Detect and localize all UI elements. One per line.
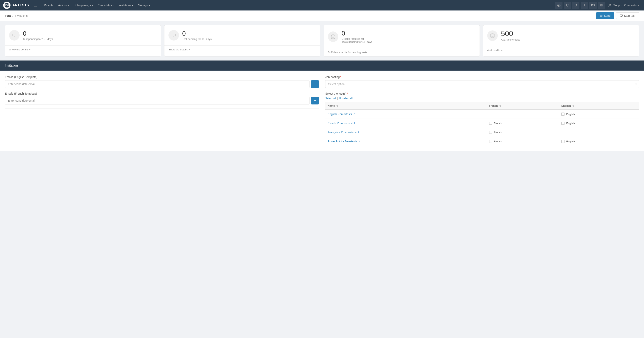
tests-table: Name ⇅ French ⇅ English ⇅ bbox=[325, 102, 639, 146]
svg-rect-8 bbox=[13, 34, 16, 36]
french-cell-3: French bbox=[487, 137, 559, 146]
brand-logo-link[interactable]: ZM ARTESTS bbox=[3, 1, 29, 9]
english-cell-0: English bbox=[559, 109, 633, 119]
monitor-icon bbox=[620, 14, 623, 17]
french-checkbox-1[interactable] bbox=[489, 122, 492, 125]
col-name-sort[interactable]: ⇅ bbox=[336, 105, 338, 107]
extra-cell-1 bbox=[633, 119, 639, 128]
actions-separator: | bbox=[337, 97, 338, 100]
nav-results[interactable]: Results bbox=[42, 2, 56, 8]
plus-icon: + bbox=[314, 82, 316, 86]
english-label-3: English bbox=[566, 140, 575, 143]
stat-number-3: 0 bbox=[342, 30, 372, 36]
help-icon-button[interactable]: ? bbox=[581, 1, 588, 9]
email-english-group: Emails (English Template) + bbox=[5, 75, 319, 88]
header-actions: Send Start test bbox=[596, 12, 639, 19]
nav-right: ? EN ⊡ Support Zmartests ▾ bbox=[555, 1, 641, 9]
stat-icon-monitor-2 bbox=[168, 30, 179, 40]
test-name-cell-0: English - Zmartests ↗ ℹ bbox=[325, 109, 487, 119]
invitation-body: Emails (English Template) + Emails (Fren… bbox=[0, 71, 644, 151]
test-link-1[interactable]: Excel - Zmartests ↗ ℹ bbox=[328, 122, 355, 125]
section-title: Invitation bbox=[5, 64, 18, 67]
stat-footer-3: Sufficient credits for pending tests bbox=[324, 48, 480, 56]
required-star-tests: * bbox=[347, 92, 348, 95]
stat-card-available-credits: 500 Available credits Add credits » bbox=[483, 25, 639, 56]
bell-icon-button[interactable] bbox=[572, 1, 580, 9]
nav-actions[interactable]: Actions▾ bbox=[56, 2, 71, 8]
user-name: Support Zmartests bbox=[613, 4, 636, 7]
french-label-2: French bbox=[494, 131, 502, 134]
info-icon-0[interactable]: ℹ bbox=[356, 113, 358, 116]
select-all-button[interactable]: Select all bbox=[325, 97, 336, 100]
brand-logo: ZM bbox=[3, 1, 10, 9]
table-row: Excel - Zmartests ↗ ℹ French English bbox=[325, 119, 639, 128]
stat-icon-database-1 bbox=[328, 31, 338, 42]
extra-cell-2 bbox=[633, 128, 639, 137]
info-icon-2[interactable]: ℹ bbox=[358, 131, 359, 134]
svg-point-14 bbox=[331, 35, 335, 36]
email-french-input[interactable] bbox=[5, 97, 310, 104]
info-icon-3[interactable]: ℹ bbox=[362, 140, 362, 143]
settings-icon-button[interactable] bbox=[555, 1, 562, 9]
send-button[interactable]: Send bbox=[596, 12, 614, 19]
email-english-input[interactable] bbox=[5, 80, 310, 88]
nav-job-openings[interactable]: Job openings▾ bbox=[72, 2, 94, 8]
stat-footer-2[interactable]: Show the details » bbox=[164, 45, 320, 53]
test-link-3[interactable]: PowerPoint - Zmartests ↗ ℹ bbox=[328, 140, 362, 143]
col-extra bbox=[633, 102, 639, 109]
page-header: Test / Invitations Send Start test bbox=[0, 10, 644, 21]
brand-name: ARTESTS bbox=[12, 3, 29, 7]
stat-footer-4[interactable]: Add credits » bbox=[483, 46, 639, 54]
french-checkbox-2[interactable] bbox=[489, 131, 492, 134]
shield-icon-button[interactable] bbox=[564, 1, 571, 9]
send-icon bbox=[600, 14, 603, 17]
user-icon bbox=[608, 3, 612, 7]
stat-label-3a: Credits required for bbox=[342, 37, 372, 40]
left-divider bbox=[5, 108, 319, 109]
external-link-icon: ↗ bbox=[353, 113, 355, 116]
stat-card-credits-required: 0 Credits required for Tests pending for… bbox=[324, 25, 480, 56]
nav-manage[interactable]: Manage▾ bbox=[136, 2, 152, 8]
test-link-2[interactable]: Français - Zmartests ↗ ℹ bbox=[328, 131, 359, 134]
english-checkbox-0[interactable] bbox=[561, 112, 564, 116]
required-star-job: * bbox=[340, 75, 341, 79]
col-english-sort[interactable]: ⇅ bbox=[572, 105, 574, 107]
external-link-icon: ↗ bbox=[355, 131, 357, 134]
english-checkbox-1[interactable] bbox=[561, 122, 564, 125]
job-posting-select-wrapper: Select option bbox=[325, 80, 639, 88]
col-name: Name ⇅ bbox=[325, 102, 487, 109]
user-menu[interactable]: Support Zmartests ▾ bbox=[606, 2, 641, 8]
external-link-icon: ↗ bbox=[358, 140, 360, 143]
english-label-1: English bbox=[566, 122, 575, 125]
breadcrumb-separator: / bbox=[12, 14, 13, 17]
left-panel: Emails (English Template) + Emails (Fren… bbox=[5, 75, 319, 146]
svg-text:ZM: ZM bbox=[5, 4, 9, 7]
language-selector[interactable]: EN bbox=[589, 1, 597, 9]
add-english-email-button[interactable]: + bbox=[311, 80, 319, 88]
job-posting-select[interactable]: Select option bbox=[325, 80, 639, 88]
svg-point-3 bbox=[609, 4, 610, 5]
english-label-0: English bbox=[566, 113, 575, 116]
invitation-section-header: Invitation bbox=[0, 60, 644, 71]
extra-cell-3 bbox=[633, 137, 639, 146]
col-french: French ⇅ bbox=[487, 102, 559, 109]
english-cell-3: English bbox=[559, 137, 633, 146]
info-icon-1[interactable]: ℹ bbox=[354, 122, 355, 125]
french-checkbox-3[interactable] bbox=[489, 140, 492, 143]
hamburger-button[interactable]: ☰ bbox=[34, 3, 37, 7]
col-french-sort[interactable]: ⇅ bbox=[499, 105, 501, 107]
svg-rect-5 bbox=[620, 14, 622, 16]
nav-invitations[interactable]: Invitations▾ bbox=[116, 2, 135, 8]
stat-footer-1[interactable]: Show the details » bbox=[5, 45, 161, 53]
nav-candidates[interactable]: Candidates▾ bbox=[96, 2, 116, 8]
french-label-3: French bbox=[494, 140, 502, 143]
test-link-0[interactable]: English - Zmartests ↗ ℹ bbox=[328, 112, 358, 116]
svg-rect-11 bbox=[172, 34, 176, 36]
start-test-button[interactable]: Start test bbox=[616, 12, 639, 19]
unselect-all-button[interactable]: Unselect all bbox=[339, 97, 352, 100]
english-checkbox-3[interactable] bbox=[561, 140, 564, 143]
breadcrumb-main: Test bbox=[5, 14, 11, 17]
table-row: English - Zmartests ↗ ℹ English bbox=[325, 109, 639, 119]
screen-icon-button[interactable]: ⊡ bbox=[598, 1, 605, 9]
add-french-email-button[interactable]: + bbox=[311, 97, 319, 104]
